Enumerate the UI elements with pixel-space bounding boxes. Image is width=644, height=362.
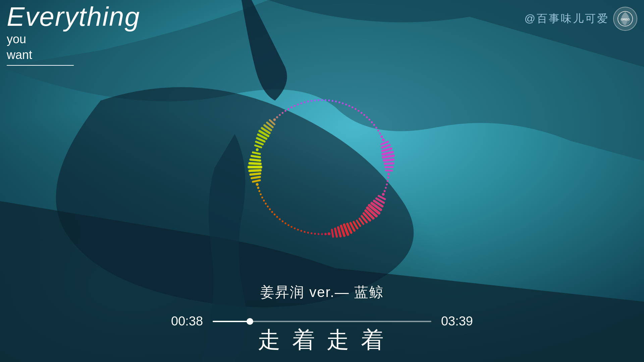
- watermark-logo: OREO: [613, 7, 637, 31]
- progress-fill: [213, 321, 250, 322]
- logo-icon: OREO: [617, 10, 634, 27]
- svg-text:OREO: OREO: [621, 18, 630, 21]
- title-block: Everything you want: [7, 3, 140, 66]
- song-title: 姜昇润 ver.— 蓝鲸: [260, 283, 383, 302]
- visualizer-canvas: [235, 80, 409, 254]
- current-time: 00:38: [171, 314, 205, 328]
- title-underline: [7, 65, 74, 66]
- progress-thumb[interactable]: [247, 318, 253, 325]
- watermark: @百事味儿可爱 OREO: [525, 7, 637, 31]
- total-time: 03:39: [439, 314, 473, 328]
- progress-track[interactable]: [213, 321, 431, 322]
- visualizer-container: [235, 80, 409, 254]
- watermark-text: @百事味儿可爱: [525, 11, 609, 26]
- title-you-want: you want: [7, 32, 140, 63]
- title-everything: Everything: [7, 3, 140, 30]
- current-lyrics: 走 着 走 着: [258, 325, 387, 355]
